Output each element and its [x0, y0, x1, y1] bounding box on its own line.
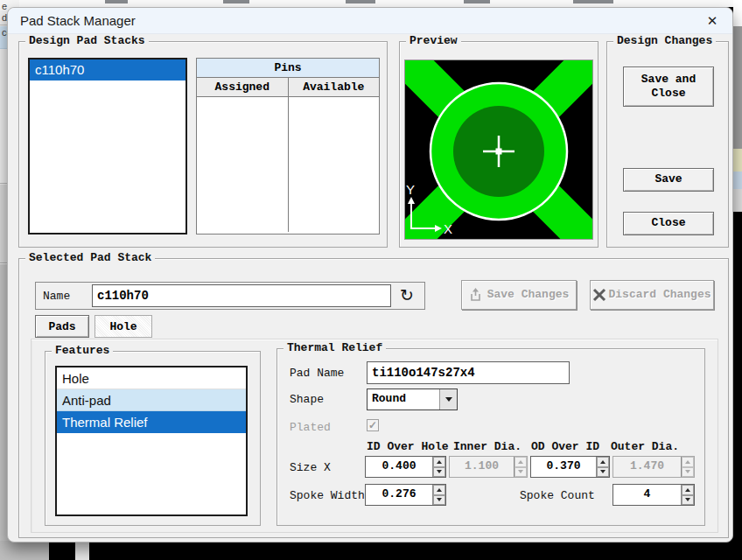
background-sliver	[733, 172, 742, 189]
save-changes-button[interactable]: Save Changes	[461, 280, 577, 310]
menu-fragment	[464, 0, 490, 4]
field-value[interactable]: 4	[613, 485, 681, 505]
field-value[interactable]: 0.370	[531, 457, 596, 477]
background-sliver	[733, 26, 742, 149]
inner-dia-field: 1.100	[449, 456, 528, 478]
features-group: Features Hole Anti-pad Thermal Relief	[45, 351, 261, 526]
save-and-close-button[interactable]: Save and Close	[623, 66, 714, 107]
spinner-buttons[interactable]	[432, 457, 445, 477]
od-over-id-field[interactable]: 0.370	[530, 456, 610, 478]
list-item-thermal-relief[interactable]: Thermal Relief	[57, 411, 246, 433]
pad-preview-canvas: Y X	[404, 60, 593, 240]
background-strip	[49, 541, 75, 560]
plated-label: Plated	[290, 421, 331, 434]
thermal-relief-group: Thermal Relief Pad Name ti110o147s27x4 S…	[276, 348, 705, 526]
spoke-width-label: Spoke Width	[290, 489, 365, 502]
spinner-buttons[interactable]	[432, 485, 445, 505]
tab-hole[interactable]: Hole	[94, 315, 152, 338]
discard-changes-label: Discard Changes	[608, 288, 710, 302]
close-icon[interactable]: ✕	[697, 10, 727, 32]
shape-dropdown[interactable]: Round	[367, 388, 458, 410]
screen: e do co Pad Stack Manager ✕ Design Pad S…	[0, 0, 742, 560]
field-value: 1.100	[450, 457, 514, 477]
assigned-pins-list[interactable]	[197, 97, 289, 232]
chevron-down-icon[interactable]	[439, 389, 457, 410]
shape-value: Round	[368, 389, 439, 410]
pins-header: Pins	[197, 59, 379, 78]
spinner-buttons[interactable]	[596, 457, 609, 477]
col-header-outer-dia: Outer Dia.	[611, 440, 679, 453]
background-strip	[0, 541, 49, 560]
group-label: Features	[52, 344, 113, 357]
discard-changes-button[interactable]: Discard Changes	[590, 280, 714, 310]
menu-fragment	[105, 0, 128, 4]
close-button[interactable]: Close	[623, 212, 714, 235]
menu-fragment	[346, 0, 375, 4]
spoke-count-field[interactable]: 4	[612, 484, 695, 506]
background-strip	[75, 541, 89, 560]
titlebar[interactable]: Pad Stack Manager ✕	[8, 8, 732, 34]
shape-label: Shape	[290, 393, 324, 406]
background-sliver	[733, 189, 742, 212]
list-item-anti-pad[interactable]: Anti-pad	[57, 389, 246, 411]
name-row: Name c110h70 ↻	[35, 282, 425, 310]
tab-pads[interactable]: Pads	[35, 315, 89, 338]
save-changes-label: Save Changes	[487, 288, 570, 302]
pad-stack-list[interactable]: c110h70	[28, 58, 187, 234]
axis-x-label: X	[444, 221, 452, 236]
pad-name-label: Pad Name	[290, 367, 344, 380]
dialog-title: Pad Stack Manager	[20, 13, 136, 28]
spinner-buttons	[514, 457, 527, 477]
name-input[interactable]: c110h70	[92, 284, 391, 307]
background-sliver	[733, 149, 742, 172]
field-value[interactable]: 0.276	[366, 485, 432, 505]
spinner-buttons	[681, 457, 694, 477]
name-label: Name	[43, 290, 92, 303]
plated-checkbox: ✓	[367, 419, 379, 431]
pad-stack-manager-dialog: Pad Stack Manager ✕ Design Pad Stacks c1…	[7, 7, 733, 542]
upload-icon	[469, 288, 482, 302]
design-pad-stacks-group: Design Pad Stacks c110h70 Pins Assigned …	[18, 41, 388, 248]
hole-tab-page: Features Hole Anti-pad Thermal Relief Th…	[31, 339, 718, 533]
list-item[interactable]: c110h70	[30, 60, 186, 80]
refresh-icon[interactable]: ↻	[391, 284, 423, 308]
group-label: Thermal Relief	[284, 341, 386, 354]
list-item-hole[interactable]: Hole	[57, 368, 246, 389]
save-button[interactable]: Save	[623, 168, 714, 192]
pad-preview-graphic: Y X	[405, 60, 592, 239]
column-header-assigned: Assigned	[197, 78, 289, 96]
preview-group: Preview	[399, 41, 598, 248]
available-pins-list[interactable]	[289, 97, 380, 232]
group-label: Preview	[406, 34, 461, 47]
spoke-count-label: Spoke Count	[520, 489, 595, 502]
background-canvas	[733, 212, 742, 560]
x-icon	[592, 288, 606, 302]
features-list[interactable]: Hole Anti-pad Thermal Relief	[55, 366, 248, 516]
design-changes-group: Design Changes Save and Close Save Close	[606, 41, 729, 248]
menu-fragment	[223, 0, 249, 4]
pins-table[interactable]: Pins Assigned Available	[196, 58, 380, 234]
group-label: Design Changes	[613, 34, 716, 47]
pad-name-input[interactable]: ti110o147s27x4	[367, 361, 570, 384]
col-header-od-over-id: OD Over ID	[531, 440, 599, 453]
size-x-label: Size X	[290, 461, 331, 474]
col-header-inner-dia: Inner Dia.	[453, 440, 522, 453]
column-header-available: Available	[289, 78, 380, 96]
spoke-width-field[interactable]: 0.276	[365, 484, 446, 506]
menu-fragment	[573, 0, 613, 4]
group-label: Selected Pad Stack	[25, 251, 155, 264]
background-canvas	[89, 541, 742, 560]
background-menubar-sliver	[0, 0, 742, 7]
field-value: 1.470	[613, 457, 681, 477]
spinner-buttons[interactable]	[681, 485, 694, 505]
selected-pad-stack-group: Selected Pad Stack Name c110h70 ↻ Save C…	[18, 258, 729, 538]
background-sliver	[733, 0, 742, 26]
col-header-id-over-hole: ID Over Hole	[367, 440, 449, 453]
outer-dia-field: 1.470	[612, 456, 695, 478]
field-value[interactable]: 0.400	[366, 457, 432, 477]
axis-y-label: Y	[406, 182, 415, 197]
size-x-id-over-hole-field[interactable]: 0.400	[365, 456, 446, 478]
group-label: Design Pad Stacks	[25, 34, 149, 47]
